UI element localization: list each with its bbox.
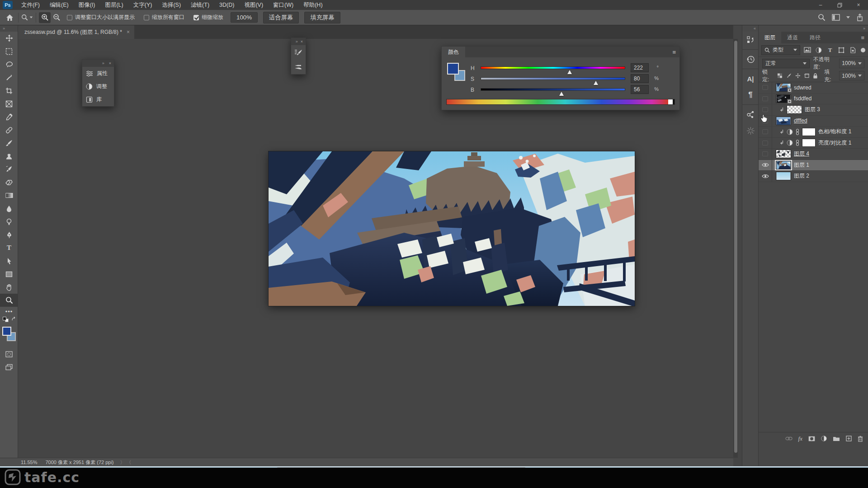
pen-tool[interactable] [0, 228, 18, 241]
layer-name[interactable]: 色相/饱和度 1 [818, 128, 851, 136]
default-colors[interactable] [0, 316, 18, 323]
layer-row-0[interactable]: sdwred [759, 82, 868, 94]
close-icon[interactable]: × [301, 39, 303, 44]
link-layers-icon[interactable] [785, 436, 793, 441]
brightness-slider-thumb[interactable] [559, 92, 564, 96]
character-icon[interactable]: A| [742, 70, 759, 87]
lock-position-icon[interactable] [795, 73, 801, 79]
share-3d-icon[interactable] [742, 106, 759, 122]
layer-thumbnail[interactable] [776, 94, 791, 103]
healing-brush-tool[interactable] [0, 123, 18, 136]
close-button[interactable]: × [849, 0, 868, 10]
foreground-color-swatch[interactable] [2, 327, 11, 336]
layer-mask-thumbnail[interactable] [802, 139, 816, 147]
layer-name[interactable]: fsddfed [794, 95, 811, 102]
saturation-value-field[interactable]: 80 [631, 74, 649, 83]
layer-row-2[interactable]: 图层 3 [759, 104, 868, 116]
gradient-tool[interactable] [0, 189, 18, 202]
lock-transparency-icon[interactable] [777, 73, 783, 79]
hue-value-field[interactable]: 222 [631, 63, 649, 72]
menu-item-6[interactable]: 滤镜(T) [186, 1, 214, 9]
expand-icon[interactable]: » [296, 39, 298, 44]
filter-smart-objects-icon[interactable] [849, 46, 857, 54]
filter-shape-layers-icon[interactable] [837, 46, 845, 54]
layer-mask-icon[interactable] [808, 436, 815, 441]
swap-colors-icon[interactable] [11, 316, 16, 322]
layer-row-5[interactable]: 亮度/对比度 1 [759, 138, 868, 149]
fill-screen-button[interactable]: 填充屏幕 [304, 12, 340, 23]
opacity-select[interactable]: 100% [839, 59, 864, 68]
layer-name[interactable]: 图层 2 [794, 172, 809, 180]
blur-tool[interactable] [0, 202, 18, 215]
color-spectrum-ramp[interactable] [446, 99, 675, 105]
black-swatch[interactable] [673, 99, 675, 104]
brush-settings-button[interactable] [291, 45, 306, 60]
layer-styles-icon[interactable]: fx [798, 435, 802, 442]
dodge-tool[interactable] [0, 215, 18, 228]
tab-channels[interactable]: 通道 [781, 32, 804, 43]
expand-icon[interactable]: » [102, 61, 104, 66]
history-brush-tool[interactable] [0, 163, 18, 176]
eye-icon[interactable] [762, 174, 769, 179]
libraries-panel-button[interactable]: 库 [82, 93, 114, 106]
resize-windows-checkbox[interactable]: 调整窗口大小以满屏显示 [67, 14, 135, 21]
dock-collapse[interactable]: « [742, 25, 758, 32]
layer-visibility-off[interactable] [759, 104, 772, 115]
panel-menu-icon[interactable]: ≡ [861, 34, 864, 41]
layer-visibility-off[interactable] [759, 138, 772, 149]
mask-link-icon[interactable] [796, 140, 799, 146]
search-icon[interactable] [818, 14, 826, 21]
crop-tool[interactable] [0, 84, 18, 97]
filter-pixel-layers-icon[interactable] [803, 46, 811, 54]
scrubby-zoom-checkbox[interactable]: 细微缩放 [193, 14, 223, 21]
tab-close-icon[interactable]: × [127, 29, 130, 35]
menu-item-3[interactable]: 图层(L) [100, 1, 128, 9]
layer-thumbnail[interactable] [787, 105, 802, 114]
hue-slider[interactable] [481, 66, 625, 69]
lock-pixels-icon[interactable] [786, 73, 792, 79]
adjustment-layer-icon[interactable] [821, 436, 827, 441]
white-swatch[interactable] [668, 99, 673, 104]
new-group-icon[interactable] [833, 436, 840, 441]
edit-toolbar-ellipsis[interactable]: ••• [0, 307, 18, 316]
paragraph-icon[interactable]: ¶ [742, 87, 759, 103]
layer-thumbnail[interactable] [776, 172, 791, 180]
zoom-tool-preset[interactable] [21, 12, 33, 23]
saturation-slider[interactable] [481, 77, 625, 80]
new-layer-icon[interactable] [846, 436, 852, 441]
layer-visibility-off[interactable] [759, 82, 772, 93]
frame-tool[interactable] [0, 97, 18, 110]
move-tool[interactable] [0, 32, 18, 45]
layer-row-4[interactable]: 色相/饱和度 1 [759, 127, 868, 138]
fill-select[interactable]: 100% [839, 71, 864, 80]
layer-row-7[interactable]: 图层 1 [759, 160, 868, 171]
brightness-slider[interactable] [481, 88, 625, 91]
screen-mode-button[interactable] [0, 361, 18, 374]
menu-item-1[interactable]: 编辑(E) [45, 1, 74, 9]
layer-thumbnail[interactable] [776, 150, 791, 158]
zoom-in-button[interactable] [39, 12, 51, 23]
menu-item-5[interactable]: 选择(S) [157, 1, 186, 9]
close-icon[interactable]: × [109, 61, 111, 66]
mask-link-icon[interactable] [796, 129, 799, 135]
menu-item-2[interactable]: 图像(I) [74, 1, 100, 9]
color-tab[interactable]: 颜色 [442, 47, 465, 57]
menu-item-7[interactable]: 3D(D) [214, 2, 239, 8]
menu-item-4[interactable]: 文字(Y) [128, 1, 157, 9]
lasso-tool[interactable] [0, 58, 18, 71]
home-button[interactable] [4, 12, 15, 23]
layer-visibility-off[interactable] [759, 127, 772, 137]
zoom-level[interactable]: 11.55% [21, 460, 38, 465]
chevron-down-icon[interactable] [846, 16, 850, 19]
filter-type-layers-icon[interactable]: T [826, 46, 834, 54]
layer-visibility-on[interactable] [759, 160, 772, 171]
brush-tool[interactable] [0, 136, 18, 150]
layer-row-1[interactable]: fsddfed [759, 94, 868, 105]
menu-item-10[interactable]: 帮助(H) [298, 1, 327, 9]
zoom-all-windows-checkbox[interactable]: 缩放所有窗口 [144, 14, 184, 21]
minimize-button[interactable]: – [811, 0, 830, 10]
eraser-tool[interactable] [0, 176, 18, 189]
brushes-button[interactable] [291, 60, 306, 74]
hue-slider-thumb[interactable] [567, 70, 572, 74]
lock-artboard-icon[interactable] [804, 73, 810, 79]
